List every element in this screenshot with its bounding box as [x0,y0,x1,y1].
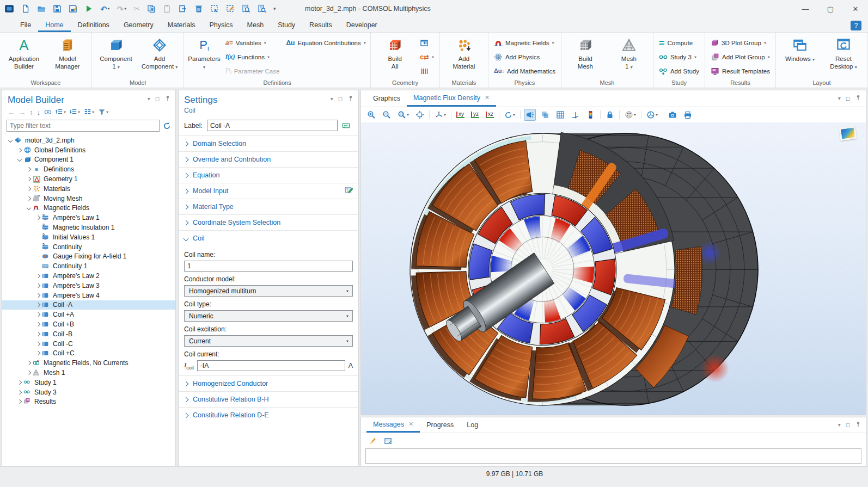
move-down-button[interactable]: ↓ [37,109,41,116]
add-study-button[interactable]: Add Study [657,64,701,78]
help-button[interactable]: ? [851,21,861,30]
rotate-button[interactable]: ▾ [503,109,517,121]
pin-icon[interactable] [855,421,861,428]
tree-filter-input[interactable] [7,120,160,132]
orientation-axes-button[interactable] [570,109,582,121]
menu-tab-study[interactable]: Study [271,17,302,32]
new-file-button[interactable] [21,4,30,13]
tree-expander-icon[interactable] [34,216,41,219]
tree-expander-icon[interactable] [25,197,32,200]
menu-tab-materials[interactable]: Materials [161,17,203,32]
build-mesh-button[interactable]: BuildMesh [565,35,606,71]
application-builder-button[interactable]: AApplicationBuilder [3,35,45,71]
tree-item-continuity[interactable]: DContinuity [2,242,175,252]
model-tree-nodes-button[interactable]: ▾ [84,108,94,116]
pin-icon[interactable] [347,95,354,102]
section-equation[interactable]: Equation [179,167,358,183]
tree-item-materials[interactable]: Materials [2,184,175,194]
float-icon[interactable]: ◻ [846,95,850,101]
panel-menu-icon[interactable]: ▾ [331,96,333,102]
tree-item-magnetic-fields[interactable]: +−Magnetic Fields [2,204,175,213]
add-mathematics-button[interactable]: Δu↓Add Mathematics [492,64,558,78]
tree-expander-icon[interactable] [16,391,23,394]
float-icon[interactable]: ◻ [155,96,160,102]
tree-item-magnetic-fields-no-currents[interactable]: Magnetic Fields, No Currents [2,358,175,368]
tree-item-amp-re-s-law-3[interactable]: Ampère's Law 3 [2,281,175,291]
component-1-button[interactable]: Component1 ▾ [95,35,137,71]
clear-selection-button[interactable] [226,4,235,13]
result-templates-button[interactable]: Result Templates [708,64,772,78]
qat-overflow-button[interactable]: ▾ [273,7,276,11]
environment-button[interactable]: ▾ [645,109,659,121]
tree-expander-icon[interactable] [25,371,32,374]
tree-expander-icon[interactable] [34,352,41,355]
tree-expander-icon[interactable] [16,400,23,403]
snapshot-button[interactable] [667,109,678,121]
view-xz-button[interactable]: xz [484,110,496,120]
tree-expander-icon[interactable] [34,303,41,306]
minimize-button[interactable]: — [793,0,818,17]
pin-icon[interactable] [164,95,171,102]
tree-expander-icon[interactable] [7,139,14,142]
msg-table-button[interactable] [382,435,394,447]
tree-expander-icon[interactable] [25,361,32,365]
tab-progress[interactable]: Progress [420,417,460,433]
build-all-button[interactable]: BuildAll [374,35,415,71]
tree-expander-icon[interactable] [34,284,41,287]
redo-button[interactable]: ↷▾ [117,5,127,13]
delete-button[interactable] [194,4,203,13]
view-xy-button[interactable]: xy [455,110,466,120]
parameters-button[interactable]: PiParameters ▾ [187,35,221,71]
duplicate-button[interactable] [179,4,187,13]
go-to-view-button[interactable]: ▾ [433,109,448,121]
section-coil[interactable]: Coil [179,230,358,246]
add-plot-group-button[interactable]: Add Plot Group▾ [708,50,772,64]
appearance-button[interactable]: ▾ [623,109,638,121]
tree-item-coil-b[interactable]: Coil +B [2,319,175,329]
coil-excitation-select[interactable]: Current▾ [184,335,353,347]
mesh-1-button[interactable]: Mesh1 ▾ [608,35,650,71]
color-legend-button[interactable] [585,109,597,121]
geom-import-button[interactable] [418,36,436,50]
panel-menu-icon[interactable]: ▾ [148,96,150,102]
coil-type-select[interactable]: Numeric▾ [184,310,353,322]
print-button[interactable] [682,109,694,121]
section-constitutive-relation-d-e[interactable]: Constitutive Relation D-E [179,407,358,423]
section-model-input[interactable]: Model Input [179,183,358,199]
menu-tab-definitions[interactable]: Definitions [71,17,117,32]
tree-item-coil-c[interactable]: Coil +C [2,349,175,359]
collapse-button[interactable]: ▾ [56,108,66,116]
tree-item-geometry-1[interactable]: Geometry 1 [2,174,175,184]
tree-item-coil-b[interactable]: Coil -B [2,329,175,339]
zoom-extents-button[interactable] [414,109,426,121]
geom-partition-button[interactable] [418,64,436,78]
float-icon[interactable]: ◻ [846,422,850,428]
move-up-button[interactable]: ↑ [29,109,33,116]
nav-back-button[interactable]: ← [8,109,15,116]
menu-tab-results[interactable]: Results [302,17,339,32]
paste-button[interactable] [163,4,172,13]
tree-item-study-3[interactable]: Study 3 [2,387,175,397]
tree-expander-icon[interactable] [25,187,32,190]
panel-menu-icon[interactable]: ▾ [838,95,841,101]
magnetic-fields-button[interactable]: +−Magnetic Fields▾ [492,36,558,50]
tree-item-amp-re-s-law-1[interactable]: DAmpère's Law 1 [2,213,175,223]
transparency-button[interactable] [539,109,551,121]
section-material-type[interactable]: Material Type [179,199,358,214]
zoom-out-button[interactable] [381,109,393,121]
label-input[interactable] [207,120,338,131]
tree-expander-icon[interactable] [34,274,41,278]
tree-expander-icon[interactable] [34,332,41,336]
clear-messages-button[interactable] [366,435,378,447]
tree-expander-icon[interactable] [25,206,32,209]
menu-tab-mesh[interactable]: Mesh [240,17,271,32]
tree-item-global-definitions[interactable]: Global Definitions [2,145,175,155]
tab-graphics[interactable]: Graphics [366,90,407,107]
save-as-button[interactable] [69,4,77,13]
edit-model-inputs-icon[interactable] [345,186,353,196]
tree-item-magnetic-insulation-1[interactable]: DMagnetic Insulation 1 [2,223,175,232]
tree-item-motor-3d-2-mph[interactable]: motor_3d_2.mph [2,135,175,145]
section-coordinate-system-selection[interactable]: Coordinate System Selection [179,214,358,230]
tree-expander-icon[interactable] [34,313,41,316]
tree-expander-icon[interactable] [16,149,23,152]
